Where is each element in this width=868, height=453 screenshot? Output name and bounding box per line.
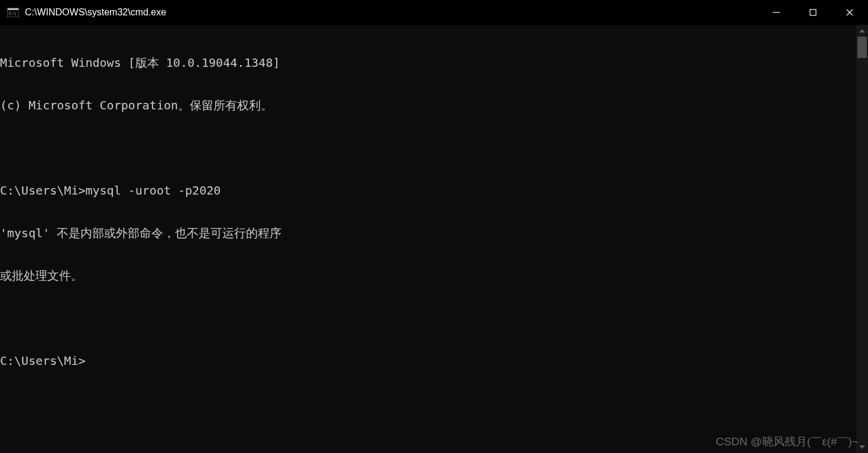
terminal-line: Microsoft Windows [版本 10.0.19044.1348] <box>0 56 856 70</box>
scrollbar-vertical[interactable] <box>856 25 868 453</box>
svg-text:C:\: C:\ <box>9 11 17 16</box>
window-title: C:\WINDOWS\system32\cmd.exe <box>25 7 758 18</box>
scrollbar-thumb[interactable] <box>857 37 867 58</box>
terminal-area: Microsoft Windows [版本 10.0.19044.1348] (… <box>0 25 868 453</box>
terminal-line: 或批处理文件。 <box>0 268 856 283</box>
terminal-prompt: C:\Users\Mi> <box>0 354 856 368</box>
close-button[interactable] <box>831 0 868 25</box>
terminal-line <box>0 141 856 155</box>
terminal-line: 'mysql' 不是内部或外部命令，也不是可运行的程序 <box>0 226 856 240</box>
scrollbar-up-arrow-icon[interactable] <box>856 25 868 37</box>
terminal-line <box>0 311 856 325</box>
maximize-button[interactable] <box>795 0 831 25</box>
cmd-icon: C:\ <box>7 8 19 17</box>
svg-rect-4 <box>810 9 816 15</box>
svg-rect-1 <box>8 8 18 10</box>
terminal-line: (c) Microsoft Corporation。保留所有权利。 <box>0 98 856 112</box>
minimize-button[interactable] <box>758 0 795 25</box>
terminal-line: C:\Users\Mi>mysql -uroot -p2020 <box>0 183 856 198</box>
window-titlebar: C:\ C:\WINDOWS\system32\cmd.exe <box>0 0 868 25</box>
window-controls <box>758 0 868 25</box>
terminal-output[interactable]: Microsoft Windows [版本 10.0.19044.1348] (… <box>0 25 856 453</box>
scrollbar-down-arrow-icon[interactable] <box>856 441 868 453</box>
